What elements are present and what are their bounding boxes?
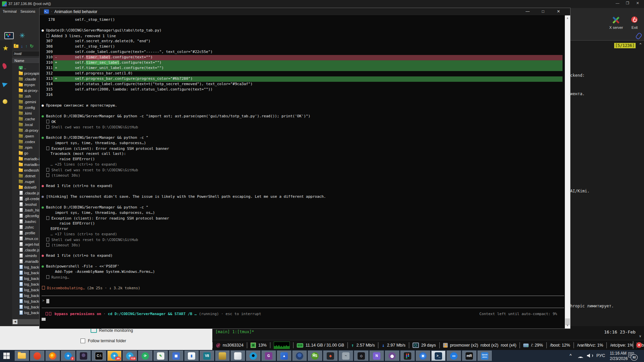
taskbar-tile[interactable]: ◇ <box>354 351 368 361</box>
file-item[interactable]: .lesshst <box>12 201 40 207</box>
taskbar-tile[interactable] <box>246 351 260 361</box>
sessions-star-icon[interactable]: ★ <box>3 44 8 52</box>
checkbox[interactable] <box>80 339 85 343</box>
file-item[interactable]: .mariadb <box>12 258 40 264</box>
file-item[interactable]: .di-proxy <box>12 127 40 133</box>
taskbar-tile[interactable] <box>76 351 91 361</box>
file-item[interactable]: log_backu <box>12 298 40 304</box>
clock-date[interactable]: 11:16 AM 2/23/2026 <box>610 351 628 361</box>
file-item[interactable]: .. <box>12 65 40 70</box>
upload-icon[interactable]: ↑ <box>25 44 28 49</box>
taskbar-tile[interactable]: G <box>262 351 276 361</box>
file-item[interactable]: log_backu <box>12 310 40 315</box>
taskbar-tile[interactable] <box>385 351 399 361</box>
file-item[interactable]: .kimi <box>12 110 40 116</box>
file-item[interactable]: log_backu <box>12 264 40 270</box>
exit-icon[interactable] <box>631 16 638 23</box>
file-item[interactable]: .zshrc <box>12 224 40 230</box>
file-item[interactable]: .git-crede <box>12 196 40 201</box>
file-item[interactable]: .bashrc <box>12 219 40 224</box>
file-item[interactable]: .cache <box>12 116 40 122</box>
refresh-icon[interactable]: ↻ <box>30 44 34 49</box>
tools-icon[interactable] <box>2 62 7 69</box>
file-item[interactable]: .ssh <box>12 93 40 99</box>
taskbar-tile[interactable] <box>231 351 245 361</box>
taskbar-tile[interactable] <box>416 351 430 361</box>
close-icon[interactable]: ✕ <box>633 1 643 5</box>
taskbar-tile[interactable]: ~ <box>339 351 353 361</box>
maximize-icon[interactable]: □ <box>535 9 551 14</box>
language-indicator[interactable]: РУС <box>596 353 605 358</box>
menu-terminal[interactable]: Terminal <box>3 9 17 13</box>
file-item[interactable]: ai-proxy- <box>12 87 40 93</box>
taskbar-tile[interactable]: ▲ <box>277 351 291 361</box>
macros-icon[interactable] <box>3 99 7 104</box>
path-field[interactable]: /root/ <box>13 51 40 57</box>
file-item[interactable]: .dotnet <box>12 173 40 179</box>
file-item[interactable]: .tmux.co <box>12 236 40 241</box>
horizontal-scrollbar[interactable]: ◀ <box>12 319 40 324</box>
vertical-scrollbar[interactable]: ∧ ∨ <box>565 15 570 328</box>
file-item[interactable]: .nuget <box>12 179 40 184</box>
taskbar-tile[interactable]: V8 <box>200 351 214 361</box>
folder-up-icon[interactable] <box>14 45 18 48</box>
file-item[interactable]: .claude.js <box>12 247 40 253</box>
minimize-icon[interactable]: — <box>520 9 535 14</box>
scroll-up-icon[interactable]: ∧ <box>565 16 570 21</box>
file-item[interactable]: .gitconfig <box>12 213 40 219</box>
taskbar-tile[interactable]: ✈ 715 <box>123 351 137 361</box>
file-item[interactable]: proxyapis <box>12 70 40 76</box>
file-item[interactable]: .config <box>12 105 40 110</box>
file-item[interactable]: log_backu <box>12 270 40 276</box>
taskbar-tile[interactable]: C:\ <box>92 351 106 361</box>
file-item[interactable]: myvpn <box>12 82 40 87</box>
file-item[interactable]: mariadb-c <box>12 162 40 167</box>
file-item[interactable]: .claude.js <box>12 190 40 196</box>
file-item[interactable]: dotnet9 <box>12 184 40 190</box>
taskbar-tile[interactable]: HS <box>308 351 322 361</box>
claude-titlebar[interactable]: · Animation field behavior —□✕ <box>40 8 570 16</box>
file-item[interactable]: endlessh <box>12 167 40 173</box>
close-icon[interactable]: ✕ <box>551 9 566 14</box>
follow-terminal-folder-row[interactable]: Follow terminal folder <box>80 339 126 343</box>
file-item[interactable]: log_backu <box>12 293 40 298</box>
file-item[interactable]: log_backu <box>12 276 40 281</box>
taskbar-tile[interactable] <box>15 351 29 361</box>
taskbar-tile[interactable]: ✎ <box>154 351 168 361</box>
taskbar-tile[interactable]: >_ <box>431 351 445 361</box>
start-button[interactable] <box>3 353 10 359</box>
taskbar-tile[interactable]: ⟳ <box>138 351 152 361</box>
file-item[interactable]: .wget-hst <box>12 241 40 247</box>
file-item[interactable]: log_backu <box>12 287 40 293</box>
file-item[interactable]: .claude <box>12 76 40 82</box>
remote-monitoring-row[interactable]: Remote monitoring <box>91 328 133 333</box>
taskbar-tile[interactable] <box>400 351 415 361</box>
taskbar-tile[interactable]: N <box>370 351 384 361</box>
file-item[interactable]: log_backu <box>12 281 40 287</box>
taskbar-tile[interactable]: ✈ 2 <box>61 351 75 361</box>
taskbar-tile[interactable]: ▮ <box>184 351 199 361</box>
taskbar-tile[interactable] <box>30 351 44 361</box>
sftp-icon[interactable] <box>2 81 8 87</box>
file-item[interactable]: log_backu <box>12 304 40 310</box>
file-item[interactable]: .bash_his <box>12 207 40 213</box>
wifi-icon[interactable] <box>578 354 584 358</box>
file-item[interactable]: mariadb-i <box>12 156 40 162</box>
file-item[interactable]: .viminfo <box>12 253 40 258</box>
file-item[interactable]: go <box>12 150 40 156</box>
file-item[interactable]: .qwen <box>12 133 40 139</box>
taskbar-tile[interactable]: ▭ <box>447 351 461 361</box>
file-item[interactable]: .npm <box>12 144 40 150</box>
name-column-header[interactable]: Name <box>12 58 40 64</box>
taskbar-tile[interactable] <box>292 351 307 361</box>
speaker-icon[interactable] <box>587 354 593 358</box>
file-item[interactable]: .gemini <box>12 99 40 105</box>
taskbar-tile[interactable] <box>46 351 60 361</box>
scroll-down-icon[interactable]: ∨ <box>565 323 570 328</box>
taskbar-tile[interactable]: ◆ <box>323 351 337 361</box>
taskbar-tile[interactable]: Quick utmo <box>478 351 492 361</box>
taskbar-tile[interactable]: ✈ .30 <box>107 351 121 361</box>
maximize-icon[interactable]: ❐ <box>623 1 633 5</box>
taskbar-tile[interactable]: mR <box>462 351 476 361</box>
scroll-left-icon[interactable]: ◀ <box>13 319 17 324</box>
